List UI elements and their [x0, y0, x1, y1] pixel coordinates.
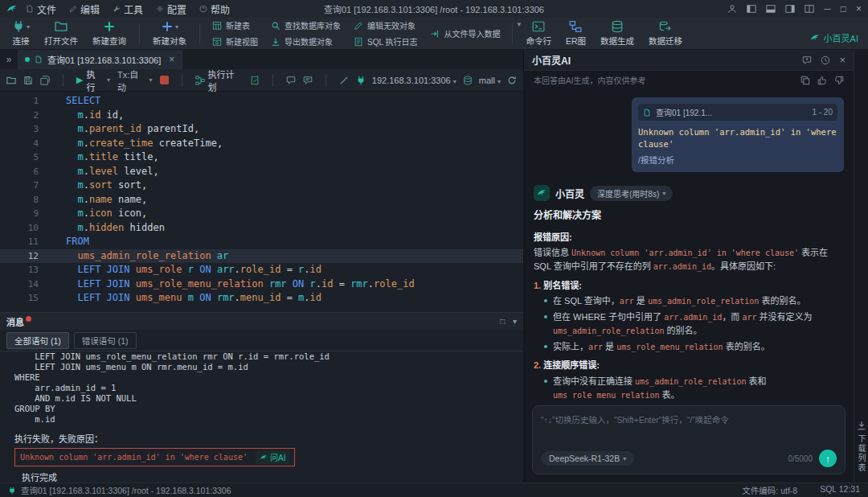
thumbs-up-icon[interactable]: [817, 76, 827, 85]
editor-line-2[interactable]: 2 m.id id,: [0, 109, 523, 123]
refresh-icon[interactable]: [507, 76, 517, 85]
comment-lines-icon[interactable]: [303, 76, 313, 85]
minimize-button[interactable]: ─: [824, 3, 831, 14]
bird-icon: [260, 454, 268, 462]
menu-edit[interactable]: 编辑: [69, 2, 100, 16]
editor-line-4[interactable]: 4 m.create_time createTime,: [0, 137, 523, 151]
toolbar-new-table-button[interactable]: 新建表: [212, 19, 258, 31]
assistant-heading: 报错原因:: [534, 231, 844, 244]
editor-line-11[interactable]: 11FROM: [0, 235, 523, 249]
run-button[interactable]: ▶执行▾: [76, 68, 110, 93]
toolbar-edit-invalid-button[interactable]: 编辑无效对象: [354, 19, 417, 31]
database-selector[interactable]: mall ▾: [479, 76, 501, 85]
tab-close-icon[interactable]: ×: [169, 54, 174, 65]
line-number: 12: [0, 249, 39, 264]
menu-file[interactable]: 文件: [26, 2, 56, 16]
editor-line-13[interactable]: 13 LEFT JOIN ums_role r ON arr.role_id =…: [0, 263, 523, 277]
datagen-icon: [611, 20, 624, 33]
thinking-toggle[interactable]: 深度思考(用时8s)▾: [590, 186, 673, 201]
copy-icon[interactable]: [800, 76, 810, 85]
editor-line-6[interactable]: 6 m.level level,: [0, 165, 523, 179]
editor-line-1[interactable]: 1SELECT: [0, 94, 523, 109]
ask-ai-button[interactable]: 问AI: [256, 450, 289, 464]
output-line: LEFT JOIN ums_menu m ON rmr.menu_id = m.…: [14, 362, 523, 372]
chat-input[interactable]: “↑↓”切换历史输入，“Shift+Enter”换行，“/”唤起命令 DeepS…: [532, 405, 845, 474]
line-number: 4: [0, 137, 39, 151]
connection-selector[interactable]: 192.168.3.101:3306 ▾: [372, 76, 457, 85]
sql-editor[interactable]: 1SELECT2 m.id id,3 m.parent_id parentId,…: [0, 92, 523, 312]
new-chat-icon[interactable]: [802, 55, 812, 65]
editor-line-12[interactable]: 12 ums_admin_role_relation ar: [0, 249, 523, 264]
toolbar-er-diagram-button[interactable]: ER图: [559, 20, 593, 47]
line-number: 10: [0, 221, 39, 236]
ai-panel-close-icon[interactable]: ×: [839, 54, 845, 66]
edit-icon: [354, 21, 363, 31]
layout-right-panel-icon[interactable]: [785, 4, 795, 14]
menu-help[interactable]: 帮助: [199, 2, 230, 16]
layout-left-panel-icon[interactable]: [747, 4, 756, 14]
panel-collapse-icon[interactable]: ▾: [513, 317, 517, 326]
editor-pane: » 查询01 [192.168.3.101:3306] × ▶执行▾ Tx:自动…: [0, 50, 524, 483]
toolbar-new-view-button[interactable]: 新建视图: [212, 35, 258, 47]
history-icon[interactable]: [821, 55, 830, 65]
save-icon[interactable]: [23, 76, 33, 85]
toolbar-export-object-button[interactable]: 导出数据对象: [271, 35, 341, 47]
toolbar-new-query-button[interactable]: 新建查询: [85, 20, 133, 47]
editor-line-10[interactable]: 10 m.hidden hidden: [0, 221, 523, 236]
stop-icon[interactable]: [160, 76, 169, 84]
status-cursor-position[interactable]: SQL 12:31: [820, 484, 860, 496]
toolbar-data-migrate-button[interactable]: 数据迁移: [641, 20, 690, 47]
ai-panel: 小百灵AI × 本回答由AI生成，内容仅供参考: [524, 50, 854, 483]
close-button[interactable]: ×: [856, 3, 862, 14]
toolbar-import-data-button[interactable]: 从文件导入数据: [430, 27, 500, 39]
toolbar-sql-log-button[interactable]: SQL 执行日志: [354, 35, 417, 47]
assistant-message: 小百灵 深度思考(用时8s)▾ 分析和解决方案报错原因:错误信息 Unknown…: [534, 185, 844, 399]
toolbar-find-db-object-button[interactable]: 查找数据库对象: [271, 19, 341, 31]
editor-line-5[interactable]: 5 m.title title,: [0, 150, 523, 165]
comment-icon[interactable]: [286, 76, 296, 85]
send-button[interactable]: ↑: [819, 450, 837, 467]
layout-bottom-panel-icon[interactable]: [766, 4, 776, 14]
commit-icon[interactable]: [250, 76, 260, 85]
download-icon[interactable]: [857, 421, 866, 430]
editor-line-15[interactable]: 15 LEFT JOIN ums_menu m ON rmr.menu_id =…: [0, 291, 523, 306]
toolbar-collapse-icon[interactable]: ▾: [517, 20, 521, 28]
ref-line-range: 1 - 20: [812, 108, 833, 117]
toolbar-new-object-button[interactable]: ▾ 新建对象: [145, 20, 194, 47]
query-reference-chip[interactable]: 查询01 [192.1... 1 - 20: [638, 104, 837, 121]
ai-assistant-badge[interactable]: 小百灵AI: [810, 31, 858, 44]
toolbar-data-generate-button[interactable]: 数据生成: [593, 20, 641, 47]
help-icon: [199, 5, 207, 13]
thumbs-down-icon[interactable]: [834, 76, 844, 85]
menu-tools[interactable]: 工具: [113, 2, 143, 16]
explain-plan-button[interactable]: 执行计划: [195, 68, 243, 93]
maximize-button[interactable]: □: [841, 3, 846, 14]
editor-line-14[interactable]: 14 LEFT JOIN ums_role_menu_relation rmr …: [0, 277, 523, 292]
status-encoding[interactable]: 文件编码: utf-8: [742, 484, 797, 496]
tab-overflow-icon[interactable]: »: [0, 50, 18, 69]
layout-split-icon[interactable]: [805, 4, 814, 14]
tx-mode-selector[interactable]: Tx:自动▾: [117, 68, 153, 93]
editor-line-3[interactable]: 3 m.parent_id parentId,: [0, 122, 523, 137]
editor-line-7[interactable]: 7 m.sort sort,: [0, 179, 523, 193]
toolbar-open-file-button[interactable]: 打开文件: [37, 20, 85, 47]
tab-all-statements[interactable]: 全部语句 (1): [6, 332, 69, 349]
toolbar-connect-button[interactable]: ▾ 连接: [5, 20, 37, 47]
download-list-label[interactable]: 下载列表: [855, 434, 867, 473]
toolbar-cli-button[interactable]: 命令行: [518, 20, 559, 47]
ai-chat-area[interactable]: 本回答由AI生成，内容仅供参考 查询01 [192.1... 1 - 20: [524, 71, 854, 399]
editor-line-9[interactable]: 9 m.icon icon,: [0, 207, 523, 221]
line-number: 3: [0, 122, 39, 137]
line-number: 15: [0, 291, 39, 306]
menu-config[interactable]: 配置: [156, 2, 186, 16]
model-selector[interactable]: DeepSeek-R1-32B▾: [541, 451, 634, 466]
tab-error-statements[interactable]: 错误语句 (1): [74, 332, 137, 349]
save-all-icon[interactable]: [40, 76, 50, 85]
editor-line-8[interactable]: 8 m.name name,: [0, 193, 523, 207]
panel-maximize-icon[interactable]: □: [500, 317, 505, 326]
tab-query01[interactable]: 查询01 [192.168.3.101:3306] ×: [18, 50, 182, 69]
open-file-icon[interactable]: [6, 76, 16, 85]
format-wand-icon[interactable]: [339, 76, 349, 85]
folder-icon: [55, 20, 68, 33]
user-icon[interactable]: [727, 4, 737, 14]
